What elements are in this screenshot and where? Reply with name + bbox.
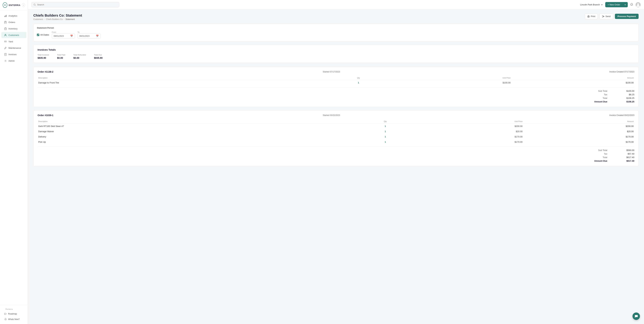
svg-rect-0 <box>4 16 5 17</box>
from-date-label: From <box>52 31 75 33</box>
sidebar-item-customers-label: Customers <box>8 34 19 36</box>
statement-header: Chiefs Builders Co: Statement Customers … <box>33 14 638 21</box>
svg-rect-4 <box>5 21 6 22</box>
from-date-field: From 📅 <box>52 31 75 39</box>
sidebar-item-customers[interactable]: Customers <box>1 32 26 38</box>
all-dates-checkbox-label[interactable]: All Dates <box>37 34 49 36</box>
bell-outline-icon <box>4 318 7 320</box>
branch-selector[interactable]: Lincoln Park Branch <box>580 4 603 6</box>
to-date-calendar-icon[interactable]: 📅 <box>96 35 99 37</box>
svg-point-18 <box>5 61 6 61</box>
invoice-created-0: Invoice Created 07/17/2023 <box>610 71 634 73</box>
line-qty-1-0: 1 <box>360 124 411 129</box>
line-desc-1-1: Damage Waiver <box>38 129 360 134</box>
statement-period-section: Statement Period: All Dates From 📅 <box>33 24 638 41</box>
sub-total-row-0: Sub Total $100.00 <box>38 89 634 93</box>
svg-rect-28 <box>588 17 589 17</box>
order-header-1: Order #1039-1 Started 03/22/2023 Invoice… <box>38 114 634 117</box>
order-section-1: Order #1039-1 Started 03/22/2023 Invoice… <box>33 110 638 166</box>
notification-icon[interactable] <box>630 3 633 7</box>
invoice-table-1: Description Qty Unit Price Amount Gehl R… <box>38 119 634 145</box>
sidebar-item-yard[interactable]: Yard <box>1 39 26 45</box>
all-dates-checkbox[interactable] <box>37 34 39 36</box>
line-desc-1-3: Pick Up <box>38 139 360 145</box>
print-button[interactable]: Print <box>585 14 598 19</box>
sub-total-row-1: Sub Total $560.00 <box>38 148 634 152</box>
sidebar-item-admin-label: Admin <box>8 60 15 62</box>
breadcrumb-customers[interactable]: Customers <box>33 18 43 21</box>
table-row: Gehl RT165 Skid Steer #7 1 $200.00 $200.… <box>38 124 634 129</box>
send-button[interactable]: Send <box>600 14 613 19</box>
tax-row-0: Tax $8.25 <box>38 93 634 96</box>
sidebar-item-admin[interactable]: Admin <box>1 58 26 64</box>
line-amount-1-2: $170.00 <box>523 134 634 139</box>
invoice-icon <box>4 53 7 56</box>
send-icon <box>602 15 604 18</box>
user-avatar[interactable] <box>636 2 640 7</box>
from-date-calendar-icon[interactable]: 📅 <box>70 35 73 37</box>
print-icon <box>587 15 590 18</box>
invoice-summary-1: Sub Total $560.00 Tax $57.40 Total $617.… <box>38 147 634 163</box>
total-refunded: Total Refunded $0.00 <box>74 54 86 59</box>
logo-text: ENTERRA <box>9 4 20 7</box>
statement-title-area: Chiefs Builders Co: Statement Customers … <box>33 14 82 21</box>
sidebar-item-analytics-label: Analytics <box>8 15 17 17</box>
breadcrumb: Customers • Chiefs Builders Co • Stateme… <box>33 18 82 21</box>
topbar-right: Lincoln Park Branch + New Order <box>580 2 640 7</box>
to-date-input-wrap[interactable]: 📅 <box>78 34 100 39</box>
col-amount-0: Amount <box>511 76 634 80</box>
sub-total-label-1: Sub Total <box>590 149 607 152</box>
sidebar: R ENTERRA ‹ Analytics Orders Inventory <box>0 0 28 324</box>
period-controls: All Dates From 📅 To <box>37 31 635 39</box>
from-date-input-wrap[interactable]: 📅 <box>52 34 75 39</box>
sidebar-footer-roadmap-label: Roadmap <box>8 313 17 315</box>
logo-area: R ENTERRA ‹ <box>0 0 28 10</box>
total-refunded-value: $0.00 <box>74 57 86 59</box>
total-row-0: Total $108.25 <box>38 96 634 100</box>
new-order-button[interactable]: + New Order <box>605 2 628 7</box>
process-payment-label: Process Payment <box>618 15 636 18</box>
sidebar-item-analytics[interactable]: Analytics <box>1 13 26 19</box>
totals-grid: Total Invoiced $835.90 Total Paid $0.00 … <box>38 54 634 59</box>
total-due-label: Total Due <box>94 54 103 56</box>
tax-row-1: Tax $57.40 <box>38 152 634 156</box>
process-payment-button[interactable]: Process Payment <box>615 14 638 19</box>
sidebar-item-maintenance[interactable]: Maintenance <box>1 45 26 51</box>
sidebar-item-whats-new[interactable]: Whats New? <box>3 316 25 322</box>
svg-point-25 <box>637 4 639 5</box>
sidebar-item-inventory[interactable]: Inventory <box>1 26 26 32</box>
branch-name: Lincoln Park Branch <box>580 4 600 6</box>
total-paid-value: $0.00 <box>57 57 65 59</box>
total-invoiced-value: $835.90 <box>38 57 49 59</box>
sidebar-item-invoices[interactable]: Invoices <box>1 51 26 57</box>
tax-value-0: $8.25 <box>621 93 634 96</box>
sidebar-collapse-button[interactable]: ‹ <box>22 3 25 7</box>
search-box[interactable] <box>31 2 119 7</box>
svg-rect-2 <box>6 15 6 17</box>
from-date-input[interactable] <box>54 35 69 37</box>
search-icon <box>34 4 36 6</box>
total-paid: Total Paid $0.00 <box>57 54 65 59</box>
chat-bubble-button[interactable] <box>632 312 640 320</box>
col-amount-1: Amount <box>523 119 634 124</box>
line-desc-0-0: Damage to Front Tire <box>38 80 330 86</box>
order-started-1: Started 03/22/2023 <box>323 114 340 116</box>
order-started-0: Started 07/17/2023 <box>323 71 340 73</box>
breadcrumb-company[interactable]: Chiefs Builders Co <box>46 18 62 21</box>
line-uprice-1-1: $20.00 <box>411 129 523 134</box>
send-label: Send <box>606 15 610 18</box>
order-section-0: Order #1138-2 Started 07/17/2023 Invoice… <box>33 67 638 107</box>
sidebar-item-orders[interactable]: Orders <box>1 19 26 25</box>
total-invoiced: Total Invoiced $835.90 <box>38 54 49 59</box>
search-input[interactable] <box>37 4 117 6</box>
line-desc-1-0: Gehl RT165 Skid Steer #7 <box>38 124 360 129</box>
line-qty-1-1: 1 <box>360 129 411 134</box>
sidebar-item-roadmap[interactable]: Roadmap <box>3 311 25 316</box>
line-uprice-1-3: $170.00 <box>411 139 523 145</box>
to-date-field: To 📅 <box>78 31 100 39</box>
svg-rect-27 <box>588 16 589 16</box>
sidebar-footer-whats-new-label: Whats New? <box>8 318 20 320</box>
sub-total-label-0: Sub Total <box>590 90 607 92</box>
to-date-input[interactable] <box>79 35 94 37</box>
statement-period-label: Statement Period: <box>37 27 635 29</box>
